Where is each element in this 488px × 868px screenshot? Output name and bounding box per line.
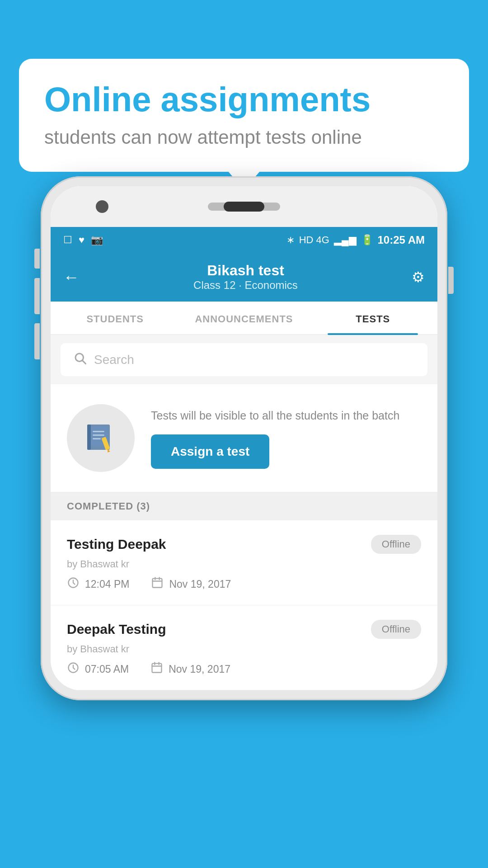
- test-meta: 07:05 AM Nov 19, 2017: [67, 661, 421, 677]
- test-time-value: 12:04 PM: [85, 578, 129, 590]
- tab-students[interactable]: STUDENTS: [51, 302, 179, 334]
- calendar-icon: [151, 576, 164, 592]
- phone-screen: ☐ ♥ 📷 ∗ HD 4G ▂▄▆ 🔋 10:25 AM ← Bikash te…: [51, 186, 437, 690]
- tab-tests[interactable]: TESTS: [309, 302, 437, 334]
- test-time: 07:05 AM: [67, 661, 129, 677]
- phone-side-button-right: [448, 267, 454, 294]
- search-icon: [73, 351, 87, 368]
- svg-rect-4: [87, 425, 91, 450]
- status-bar-right: ∗ HD 4G ▂▄▆ 🔋 10:25 AM: [286, 234, 425, 246]
- phone-earpiece: [224, 202, 264, 212]
- test-badge-offline: Offline: [371, 535, 421, 554]
- search-placeholder: Search: [94, 353, 134, 367]
- test-time: 12:04 PM: [67, 576, 129, 592]
- tabs-bar: STUDENTS ANNOUNCEMENTS TESTS: [51, 302, 437, 335]
- test-item[interactable]: Testing Deepak Offline by Bhaswat kr 12:…: [51, 520, 437, 605]
- test-date-value: Nov 19, 2017: [169, 578, 231, 590]
- image-icon: 📷: [91, 234, 103, 246]
- bubble-subtitle: students can now attempt tests online: [44, 127, 444, 148]
- completed-header: COMPLETED (3): [51, 492, 437, 520]
- phone-frame: ☐ ♥ 📷 ∗ HD 4G ▂▄▆ 🔋 10:25 AM ← Bikash te…: [41, 176, 447, 700]
- hd-signal-label: HD 4G: [299, 234, 329, 246]
- completed-label: COMPLETED (3): [67, 500, 150, 512]
- assign-test-button[interactable]: Assign a test: [151, 434, 269, 469]
- search-section: Search: [51, 335, 437, 384]
- bluetooth-icon: ∗: [286, 234, 295, 246]
- phone-side-button-left-top: [34, 249, 40, 269]
- phone-camera: [96, 200, 108, 213]
- test-item-header: Testing Deepak Offline: [67, 535, 421, 554]
- clock-icon: [67, 576, 80, 592]
- tab-announcements[interactable]: ANNOUNCEMENTS: [179, 302, 308, 334]
- svg-line-1: [83, 361, 86, 364]
- status-time: 10:25 AM: [378, 234, 425, 246]
- phone-top-bezel: [51, 186, 437, 227]
- assign-description: Tests will be visible to all the student…: [151, 408, 421, 424]
- signal-bars-icon: ▂▄▆: [334, 234, 357, 246]
- header-subtitle: Class 12 · Economics: [80, 279, 412, 292]
- whatsapp-icon: ♥: [79, 234, 84, 246]
- test-author: by Bhaswat kr: [67, 558, 421, 570]
- bubble-title: Online assignments: [44, 80, 444, 118]
- phone-side-button-left-bot: [34, 323, 40, 359]
- assign-right: Tests will be visible to all the student…: [151, 408, 421, 469]
- notebook-icon: [83, 420, 119, 456]
- test-name: Deepak Testing: [67, 622, 166, 637]
- speech-bubble: Online assignments students can now atte…: [19, 59, 469, 172]
- svg-rect-5: [93, 431, 104, 432]
- phone-side-button-left-mid: [34, 278, 40, 314]
- phone-container: ☐ ♥ 📷 ∗ HD 4G ▂▄▆ 🔋 10:25 AM ← Bikash te…: [41, 176, 447, 700]
- test-name: Testing Deepak: [67, 537, 166, 552]
- notification-icon: ☐: [63, 234, 72, 246]
- clock-icon: [67, 661, 80, 677]
- test-date: Nov 19, 2017: [151, 576, 231, 592]
- status-bar: ☐ ♥ 📷 ∗ HD 4G ▂▄▆ 🔋 10:25 AM: [51, 227, 437, 253]
- svg-rect-11: [153, 579, 162, 588]
- settings-button[interactable]: ⚙: [412, 269, 425, 286]
- svg-rect-16: [152, 664, 162, 673]
- battery-icon: 🔋: [361, 234, 373, 246]
- test-item[interactable]: Deepak Testing Offline by Bhaswat kr 07:…: [51, 605, 437, 690]
- app-header: ← Bikash test Class 12 · Economics ⚙: [51, 253, 437, 302]
- svg-rect-7: [93, 438, 101, 439]
- assign-icon-circle: [67, 404, 135, 472]
- calendar-icon: [150, 661, 163, 677]
- assign-section: Tests will be visible to all the student…: [51, 384, 437, 492]
- header-title: Bikash test: [80, 262, 412, 279]
- test-time-value: 07:05 AM: [85, 663, 129, 675]
- header-title-block: Bikash test Class 12 · Economics: [80, 262, 412, 292]
- test-meta: 12:04 PM Nov 19, 2017: [67, 576, 421, 592]
- test-item-header: Deepak Testing Offline: [67, 620, 421, 639]
- test-author: by Bhaswat kr: [67, 643, 421, 655]
- test-date-value: Nov 19, 2017: [169, 663, 230, 675]
- speech-bubble-container: Online assignments students can now atte…: [19, 59, 469, 172]
- status-bar-left-icons: ☐ ♥ 📷: [63, 234, 103, 246]
- svg-rect-6: [93, 434, 104, 436]
- search-bar[interactable]: Search: [61, 343, 427, 376]
- test-badge-offline: Offline: [371, 620, 421, 639]
- test-date: Nov 19, 2017: [150, 661, 230, 677]
- back-button[interactable]: ←: [63, 268, 80, 287]
